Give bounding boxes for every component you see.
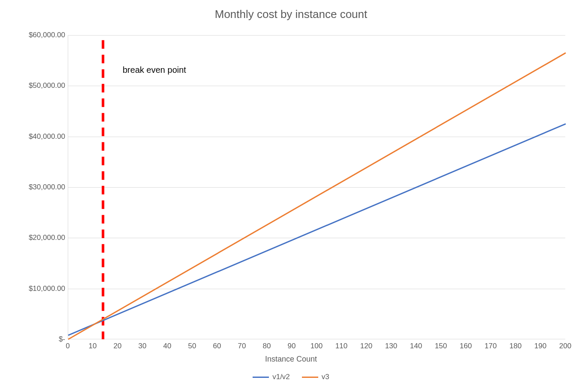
x-tick-label: 150 — [432, 342, 449, 350]
x-tick-label: 100 — [308, 342, 325, 350]
chart-title: Monthly cost by instance count — [0, 8, 582, 21]
x-tick-label: 20 — [109, 342, 126, 350]
chart-container: Monthly cost by instance count $- $10,00… — [0, 0, 582, 392]
x-tick-label: 170 — [482, 342, 499, 350]
legend: v1/v2 v3 — [0, 373, 582, 381]
series-line-v1v2 — [68, 124, 566, 335]
plot-area: break even point — [68, 35, 565, 339]
x-tick-label: 120 — [358, 342, 375, 350]
legend-item-v3: v3 — [302, 373, 329, 381]
x-tick-label: 190 — [532, 342, 549, 350]
y-tick-label: $10,000.00 — [9, 284, 65, 293]
y-tick-label: $60,000.00 — [9, 31, 65, 39]
x-tick-label: 0 — [59, 342, 76, 350]
x-axis-label: Instance Count — [0, 355, 582, 364]
plot-svg — [68, 35, 566, 339]
y-tick-label: $- — [9, 335, 65, 344]
legend-label: v3 — [322, 373, 329, 381]
x-tick-label: 180 — [507, 342, 524, 350]
y-tick-label: $30,000.00 — [9, 183, 65, 192]
x-tick-label: 70 — [233, 342, 250, 350]
x-tick-label: 40 — [159, 342, 176, 350]
x-tick-label: 110 — [333, 342, 350, 350]
x-tick-label: 130 — [383, 342, 400, 350]
series-line-v3 — [68, 53, 566, 339]
y-tick-label: $50,000.00 — [9, 81, 65, 90]
x-tick-label: 60 — [208, 342, 226, 350]
x-tick-label: 160 — [457, 342, 474, 350]
y-tick-label: $40,000.00 — [9, 132, 65, 141]
x-tick-label: 90 — [283, 342, 300, 350]
x-tick-label: 80 — [258, 342, 275, 350]
y-tick-label: $20,000.00 — [9, 233, 65, 242]
legend-swatch — [302, 377, 318, 378]
x-tick-label: 140 — [407, 342, 425, 350]
legend-item-v1v2: v1/v2 — [253, 373, 290, 381]
break-even-annotation: break even point — [123, 65, 186, 75]
x-tick-label: 200 — [557, 342, 574, 350]
x-tick-label: 30 — [134, 342, 151, 350]
legend-swatch — [253, 377, 269, 378]
x-tick-label: 10 — [84, 342, 101, 350]
legend-label: v1/v2 — [272, 373, 290, 381]
x-tick-label: 50 — [184, 342, 201, 350]
